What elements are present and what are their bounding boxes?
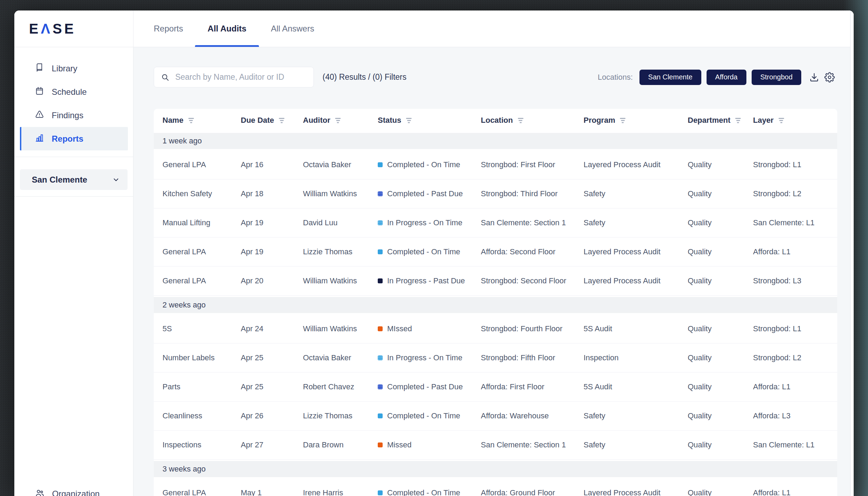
table-row[interactable]: General LPAApr 19Lizzie ThomasCompleted … xyxy=(154,238,837,267)
cell-department: Quality xyxy=(688,218,753,227)
status-text: Completed - On Time xyxy=(387,160,460,169)
group-header-row: 2 weeks ago xyxy=(154,296,837,314)
cell-name: General LPA xyxy=(162,247,241,256)
tab-reports[interactable]: Reports xyxy=(154,10,183,47)
cell-program: 5S Audit xyxy=(584,324,688,333)
table-row[interactable]: Manual LiftingApr 19David LuuIn Progress… xyxy=(154,208,837,238)
cell-name: Kitchen Safety xyxy=(162,189,241,198)
cell-name: Manual Lifting xyxy=(162,218,241,227)
column-header-name[interactable]: Name xyxy=(162,116,241,125)
calendar-icon xyxy=(35,86,44,98)
audits-table: NameDue DateAuditorStatusLocationProgram… xyxy=(154,109,837,496)
cell-location: Afforda: Second Floor xyxy=(481,247,584,256)
cell-name: General LPA xyxy=(162,160,241,169)
cell-location: Strongbod: Second Floor xyxy=(481,276,584,285)
cell-due-date: May 1 xyxy=(241,488,303,496)
sidebar-item-schedule[interactable]: Schedule xyxy=(14,80,133,104)
warning-triangle-icon xyxy=(35,110,44,121)
cell-location: Afforda: Warehouse xyxy=(481,411,584,420)
column-header-label: Due Date xyxy=(241,116,274,125)
table-row[interactable]: Kitchen SafetyApr 18William WatkinsCompl… xyxy=(154,179,837,208)
download-button[interactable] xyxy=(806,70,822,85)
cell-location: Strongbod: Fourth Floor xyxy=(481,324,584,333)
status-text: Completed - On Time xyxy=(387,247,460,256)
search-box xyxy=(154,67,314,87)
toolbar-right: Locations: San Clemente Afforda Strongbo… xyxy=(598,70,837,85)
logo-part: E xyxy=(29,21,41,36)
table-row[interactable]: 5SApr 24William WatkinsMIssedStrongbod: … xyxy=(154,314,837,343)
cell-status: In Progress - Past Due xyxy=(378,276,481,285)
filter-icon[interactable] xyxy=(735,117,741,123)
filter-icon[interactable] xyxy=(335,117,341,123)
column-header-status[interactable]: Status xyxy=(378,116,481,125)
cell-auditor: William Watkins xyxy=(303,189,378,198)
cell-department: Quality xyxy=(688,353,753,362)
status-square xyxy=(378,220,383,225)
sidebar-item-library[interactable]: Library xyxy=(14,57,133,80)
locations-label: Locations: xyxy=(598,73,633,82)
filter-icon[interactable] xyxy=(779,117,784,123)
cell-program: Layered Process Audit xyxy=(584,160,688,169)
sidebar-item-findings[interactable]: Findings xyxy=(14,104,133,127)
tab-all-audits[interactable]: All Audits xyxy=(208,10,246,47)
table-row[interactable]: CleanlinessApr 26Lizzie ThomasCompleted … xyxy=(154,402,837,431)
cell-layer: Afforda: L1 xyxy=(753,488,837,496)
cell-department: Quality xyxy=(688,160,753,169)
settings-button[interactable] xyxy=(822,70,837,85)
status-square xyxy=(378,249,383,254)
cell-auditor: Robert Chavez xyxy=(303,382,378,391)
cell-department: Quality xyxy=(688,488,753,496)
table-row[interactable]: InspectionsApr 27Dara BrownMissedSan Cle… xyxy=(154,431,837,460)
cell-status: In Progress - On Time xyxy=(378,218,481,227)
filter-icon[interactable] xyxy=(406,117,412,123)
cell-location: San Clemente: Section 1 xyxy=(481,218,584,227)
tab-label: All Audits xyxy=(208,24,246,34)
cell-layer: Strongbod: L2 xyxy=(753,353,837,362)
column-header-auditor[interactable]: Auditor xyxy=(303,116,378,125)
cell-department: Quality xyxy=(688,440,753,449)
cell-layer: Afforda: L1 xyxy=(753,247,837,256)
sidebar-item-organization[interactable]: Organization xyxy=(14,486,133,496)
scrollbar-track[interactable] xyxy=(850,10,854,496)
column-header-layer[interactable]: Layer xyxy=(753,116,837,125)
cell-program: Layered Process Audit xyxy=(584,276,688,285)
filter-icon[interactable] xyxy=(620,117,625,123)
cell-due-date: Apr 19 xyxy=(241,247,303,256)
column-header-due-date[interactable]: Due Date xyxy=(241,116,303,125)
table-row[interactable]: Number LabelsApr 25Octavia BakerIn Progr… xyxy=(154,343,837,373)
cell-auditor: Irene Harris xyxy=(303,488,378,496)
location-chip-strongbod[interactable]: Strongbod xyxy=(752,70,801,85)
status-text: In Progress - On Time xyxy=(387,353,462,362)
filter-icon[interactable] xyxy=(188,117,194,123)
sidebar-item-label: Findings xyxy=(52,111,84,120)
tab-all-answers[interactable]: All Answers xyxy=(271,10,314,47)
sidebar-item-reports[interactable]: Reports xyxy=(20,127,128,150)
status-square xyxy=(378,191,383,196)
cell-location: Strongbod: First Floor xyxy=(481,160,584,169)
sidebar-location-selector[interactable]: San Clemente xyxy=(20,169,128,190)
search-input[interactable] xyxy=(174,72,308,82)
table-row[interactable]: General LPAApr 20William WatkinsIn Progr… xyxy=(154,267,837,296)
cell-status: Missed xyxy=(378,440,481,449)
column-header-location[interactable]: Location xyxy=(481,116,584,125)
column-header-department[interactable]: Department xyxy=(688,116,753,125)
group-label: 2 weeks ago xyxy=(162,300,206,310)
filter-icon[interactable] xyxy=(279,117,284,123)
cell-status: Completed - Past Due xyxy=(378,382,481,391)
cell-status: Completed - On Time xyxy=(378,160,481,169)
status-square xyxy=(378,162,383,167)
column-header-label: Name xyxy=(162,116,183,125)
location-chip-san-clemente[interactable]: San Clemente xyxy=(639,70,701,85)
tab-label: All Answers xyxy=(271,24,314,34)
table-row[interactable]: PartsApr 25Robert ChavezCompleted - Past… xyxy=(154,373,837,402)
content-area: (40) Results / (0) Filters Locations: Sa… xyxy=(133,47,854,496)
filter-icon[interactable] xyxy=(518,117,523,123)
table-row[interactable]: General LPAApr 16Octavia BakerCompleted … xyxy=(154,150,837,179)
column-header-program[interactable]: Program xyxy=(584,116,688,125)
table-row[interactable]: General LPAMay 1Irene HarrisCompleted - … xyxy=(154,479,837,496)
cell-due-date: Apr 16 xyxy=(241,160,303,169)
sidebar-nav: Library Schedule Findings Reports xyxy=(14,47,133,157)
cell-status: Completed - On Time xyxy=(378,488,481,496)
status-text: Completed - On Time xyxy=(387,411,460,420)
location-chip-afforda[interactable]: Afforda xyxy=(707,70,746,85)
